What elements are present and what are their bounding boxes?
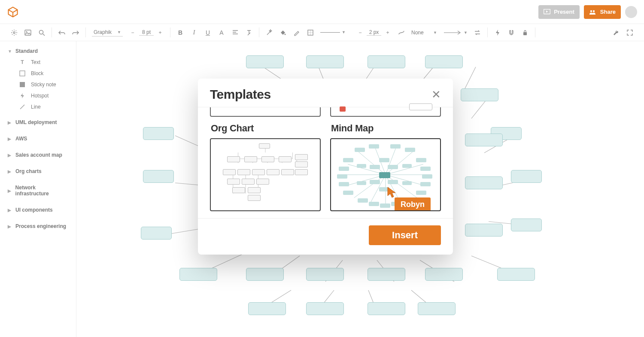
clear-format-icon[interactable]: [245, 29, 253, 36]
align-icon[interactable]: [231, 29, 239, 36]
caret-right-icon: ▶: [8, 208, 12, 213]
font-select[interactable]: Graphik▼: [92, 28, 123, 36]
line-style-select[interactable]: ▼: [320, 30, 350, 35]
undo-icon[interactable]: [58, 29, 66, 36]
canvas-node[interactable]: [461, 88, 498, 101]
lock-icon[interactable]: [521, 29, 529, 36]
underline-icon[interactable]: U: [204, 29, 212, 36]
sidebar-item-block[interactable]: Block: [0, 68, 76, 79]
text-icon: T: [19, 59, 26, 66]
share-button[interactable]: Share: [584, 5, 621, 19]
sidebar-group-uml[interactable]: ▶UML deployment: [0, 117, 76, 128]
canvas-node[interactable]: [511, 170, 542, 183]
caret-down-icon: ▼: [8, 49, 12, 54]
present-label: Present: [554, 9, 574, 15]
line-width-increase[interactable]: +: [384, 29, 392, 36]
bolt-icon[interactable]: [494, 29, 501, 36]
template-label-mindmap: Mind Map: [331, 123, 441, 134]
svg-rect-10: [20, 71, 25, 76]
canvas-node[interactable]: [306, 55, 344, 68]
sidebar-item-hotspot[interactable]: Hotspot: [0, 90, 76, 101]
sidebar-item-line[interactable]: Line: [0, 101, 76, 112]
fill-icon[interactable]: [279, 29, 287, 36]
connector-icon[interactable]: [398, 29, 405, 36]
canvas-node[interactable]: [497, 268, 535, 281]
canvas-node[interactable]: [143, 170, 174, 183]
shapes-sidebar: ▼ Standard TText Block Sticky note Hotsp…: [0, 41, 76, 337]
canvas-node[interactable]: [368, 302, 405, 315]
line-width-decrease[interactable]: −: [356, 29, 364, 36]
magic-icon[interactable]: [265, 29, 273, 36]
font-size-input[interactable]: 8 pt: [139, 29, 154, 36]
font-size-increase[interactable]: +: [156, 29, 164, 36]
sidebar-group-sales[interactable]: ▶Sales account map: [0, 149, 76, 161]
canvas-node[interactable]: [465, 224, 503, 237]
sidebar-group-process[interactable]: ▶Process engineering: [0, 221, 76, 232]
image-icon[interactable]: [24, 29, 32, 36]
share-label: Share: [600, 9, 616, 15]
svg-rect-11: [20, 82, 25, 87]
settings-icon[interactable]: [10, 29, 18, 36]
canvas-node[interactable]: [306, 302, 344, 315]
line-width-input[interactable]: 2 px: [367, 29, 381, 36]
arrow-style-select[interactable]: ▼: [443, 30, 468, 35]
border-icon[interactable]: [307, 29, 314, 36]
sidebar-group-ui[interactable]: ▶UI components: [0, 204, 76, 216]
sidebar-item-sticky[interactable]: Sticky note: [0, 79, 76, 90]
canvas-node[interactable]: [141, 227, 172, 240]
app-logo-icon: [7, 6, 19, 18]
canvas-node[interactable]: [368, 268, 405, 281]
app-header: Present Share: [0, 0, 644, 24]
line-icon: [19, 103, 26, 110]
present-icon: [544, 9, 550, 15]
svg-point-2: [593, 10, 595, 12]
line-end-select[interactable]: None▼: [411, 30, 437, 36]
wrench-icon[interactable]: [612, 29, 620, 36]
insert-button[interactable]: Insert: [369, 225, 441, 245]
swap-icon[interactable]: [474, 29, 481, 36]
canvas-node[interactable]: [465, 176, 503, 189]
cursor-icon: [387, 186, 397, 198]
svg-point-5: [26, 31, 27, 32]
canvas-node[interactable]: [306, 268, 344, 281]
canvas-node[interactable]: [246, 268, 284, 281]
caret-right-icon: ▶: [8, 169, 12, 174]
canvas-node[interactable]: [511, 219, 542, 231]
avatar[interactable]: [625, 6, 637, 18]
collaborator-tag: Robyn: [395, 197, 431, 211]
sidebar-item-text[interactable]: TText: [0, 57, 76, 68]
template-card-orgchart[interactable]: [210, 138, 321, 211]
svg-point-6: [39, 30, 43, 34]
canvas-node[interactable]: [418, 302, 456, 315]
canvas-node[interactable]: [368, 55, 405, 68]
pen-icon[interactable]: [293, 29, 301, 36]
canvas-node[interactable]: [143, 127, 174, 140]
caret-right-icon: ▶: [8, 137, 12, 141]
sidebar-group-aws[interactable]: ▶AWS: [0, 133, 76, 144]
present-button[interactable]: Present: [538, 5, 580, 19]
font-size-decrease[interactable]: −: [129, 29, 137, 36]
block-icon: [19, 70, 26, 77]
template-card-mindmap[interactable]: Robyn: [330, 138, 441, 211]
sidebar-group-network[interactable]: ▶Network infrastructure: [0, 182, 76, 199]
close-icon[interactable]: ✕: [431, 88, 441, 101]
sidebar-group-orgcharts[interactable]: ▶Org charts: [0, 166, 76, 177]
magnet-icon[interactable]: [507, 29, 515, 36]
canvas-node[interactable]: [465, 134, 503, 146]
fullscreen-icon[interactable]: [626, 29, 634, 36]
canvas-node[interactable]: [246, 55, 284, 68]
bold-icon[interactable]: B: [176, 29, 184, 36]
canvas-node[interactable]: [248, 302, 286, 315]
redo-icon[interactable]: [72, 29, 79, 36]
italic-icon[interactable]: I: [190, 29, 198, 36]
search-icon[interactable]: [38, 29, 46, 36]
canvas-node[interactable]: [179, 268, 217, 281]
canvas-node[interactable]: [425, 268, 463, 281]
caret-right-icon: ▶: [8, 120, 12, 125]
caret-right-icon: ▶: [8, 224, 12, 229]
canvas-node[interactable]: [425, 55, 463, 68]
templates-modal: Templates ✕ Org Chart: [198, 79, 453, 255]
sidebar-group-standard[interactable]: ▼ Standard: [0, 46, 76, 57]
text-color-icon[interactable]: A: [218, 29, 225, 36]
template-label-orgchart: Org Chart: [211, 123, 321, 134]
